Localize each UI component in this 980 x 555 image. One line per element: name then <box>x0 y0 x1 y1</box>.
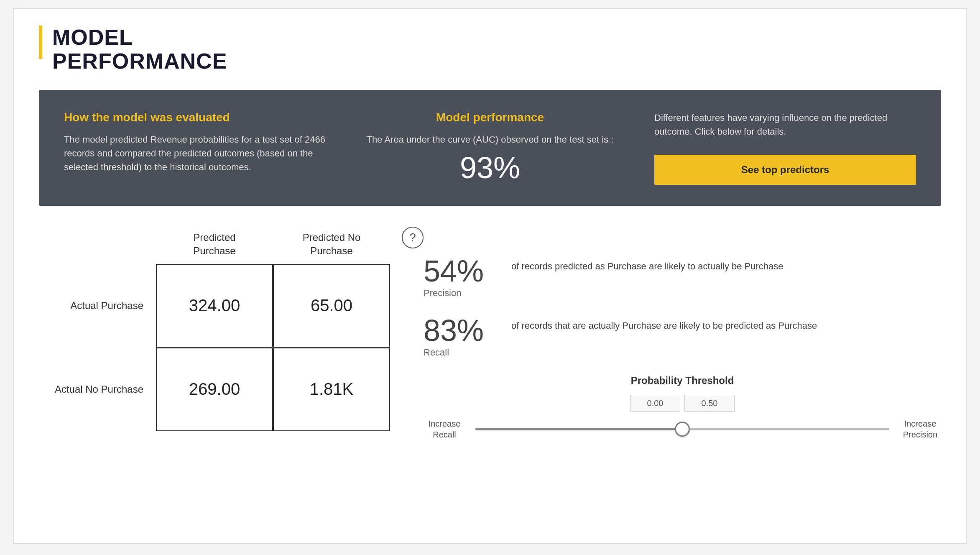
slider-thumb[interactable] <box>675 422 690 437</box>
banner-section-predictors: Different features have varying influenc… <box>654 111 916 185</box>
content-section: ? PredictedPurchase Predicted NoPurchase… <box>39 231 941 440</box>
recall-desc: of records that are actually Purchase ar… <box>511 315 817 332</box>
precision-desc: of records predicted as Purchase are lik… <box>511 256 783 273</box>
confusion-matrix-wrapper: ? PredictedPurchase Predicted NoPurchase… <box>39 231 390 431</box>
banner-title-performance: Model performance <box>359 111 621 124</box>
header-accent-bar <box>39 26 42 59</box>
header: MODEL PERFORMANCE <box>39 26 941 73</box>
slider-right-label: IncreasePrecision <box>899 418 941 440</box>
slider-left-label: IncreaseRecall <box>424 418 465 440</box>
col-header-predicted-no-purchase: Predicted NoPurchase <box>273 231 390 263</box>
precision-value: 54% <box>424 256 499 286</box>
cell-tp: 324.00 <box>156 264 273 348</box>
banner-text-evaluation: The model predicted Revenue probabilitie… <box>64 133 326 174</box>
precision-block: 54% Precision of records predicted as Pu… <box>424 256 941 299</box>
recall-label: Recall <box>424 347 499 358</box>
precision-value-block: 54% Precision <box>424 256 499 299</box>
banner-title-evaluation: How the model was evaluated <box>64 111 326 124</box>
threshold-min-input[interactable] <box>630 395 680 412</box>
banner-section-evaluation: How the model was evaluated The model pr… <box>64 111 326 185</box>
slider-container: IncreaseRecall IncreasePrecision <box>424 418 941 440</box>
probability-slider-track[interactable] <box>475 428 889 430</box>
banner-text-auc: The Area under the curve (AUC) observed … <box>359 133 621 146</box>
main-card: MODEL PERFORMANCE How the model was eval… <box>13 8 967 544</box>
row-label-actual-no-purchase: Actual No Purchase <box>39 383 156 396</box>
threshold-inputs <box>424 395 941 412</box>
recall-block: 83% Recall of records that are actually … <box>424 315 941 358</box>
recall-value: 83% <box>424 315 499 345</box>
matrix-row-actual-no-purchase: Actual No Purchase 269.00 1.81K <box>39 348 390 431</box>
confusion-matrix: PredictedPurchase Predicted NoPurchase A… <box>39 231 390 431</box>
stats-section: 54% Precision of records predicted as Pu… <box>424 231 941 440</box>
help-icon[interactable]: ? <box>402 227 424 248</box>
precision-label: Precision <box>424 288 499 299</box>
recall-value-block: 83% Recall <box>424 315 499 358</box>
column-headers: PredictedPurchase Predicted NoPurchase <box>156 231 390 263</box>
col-header-predicted-purchase: PredictedPurchase <box>156 231 273 263</box>
page-title: MODEL PERFORMANCE <box>52 26 227 73</box>
threshold-section: Probability Threshold IncreaseRecall Inc… <box>424 375 941 440</box>
cell-tn: 1.81K <box>273 348 390 431</box>
row-label-actual-purchase: Actual Purchase <box>39 299 156 312</box>
cell-fp: 269.00 <box>156 348 273 431</box>
help-icon-container: ? <box>402 227 424 248</box>
slider-fill <box>475 428 682 430</box>
info-banner: How the model was evaluated The model pr… <box>39 90 941 206</box>
see-top-predictors-button[interactable]: See top predictors <box>654 155 916 185</box>
threshold-max-input[interactable] <box>684 395 735 412</box>
banner-section-performance: Model performance The Area under the cur… <box>359 111 621 185</box>
threshold-title: Probability Threshold <box>424 375 941 386</box>
banner-text-predictors: Different features have varying influenc… <box>654 111 916 138</box>
cell-fn: 65.00 <box>273 264 390 348</box>
auc-value: 93% <box>359 151 621 185</box>
matrix-row-actual-purchase: Actual Purchase 324.00 65.00 <box>39 264 390 348</box>
